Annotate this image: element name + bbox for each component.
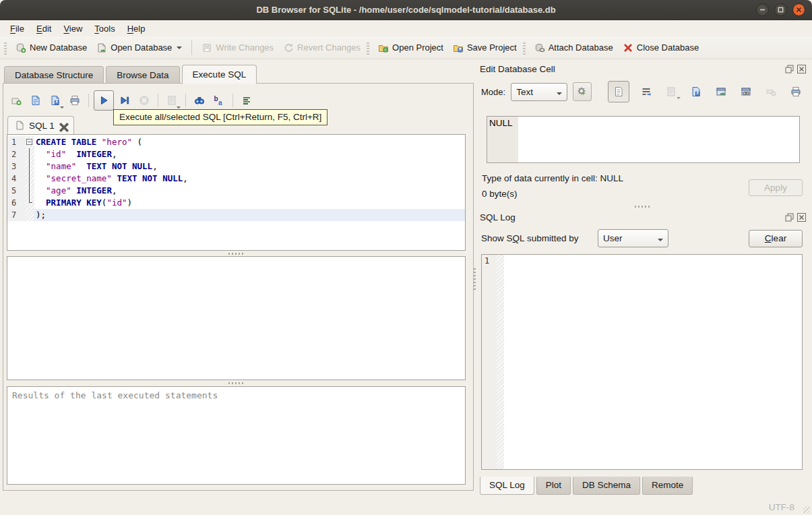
execute-all-button[interactable] [94,90,114,111]
open-project-button[interactable]: Open Project [373,40,448,56]
cell-editor[interactable]: NULL [487,116,800,163]
dropdown-caret-icon[interactable] [177,47,182,49]
toolbar-handle[interactable] [4,41,7,55]
save-project-button[interactable]: Save Project [448,40,522,56]
dropdown-caret-icon[interactable] [60,107,64,109]
toolbar-handle[interactable] [523,41,526,55]
splitter-results-messages[interactable] [7,381,466,386]
auto-completion-button[interactable]: ba [210,92,228,109]
stop-icon [139,95,150,106]
code-text[interactable]: "name" TEXT NOT NULL, [34,160,465,173]
tab-database-structure[interactable]: Database Structure [4,66,104,83]
bottom-tab-remote[interactable]: Remote [642,477,693,495]
editor-line-1[interactable]: 1−CREATE TABLE "hero" ( [7,136,465,148]
editor-line-4[interactable]: 4 "secret_name" TEXT NOT NULL, [7,173,465,185]
menu-file[interactable]: File [4,22,30,36]
close-dock-icon[interactable] [797,212,807,222]
open-project-label: Open Project [392,42,443,53]
db-close-icon [623,42,633,53]
tab-browse-data[interactable]: Browse Data [106,66,179,83]
menu-tools[interactable]: Tools [88,22,121,36]
code-text[interactable]: "id" INTEGER, [34,148,465,160]
write-changes-button[interactable]: Write Changes [197,40,278,56]
tab-execute-sql[interactable]: Execute SQL [182,65,257,84]
open-in-external-app-button[interactable] [713,84,729,100]
editor-line-5[interactable]: 5 "age" INTEGER, [7,185,465,197]
results-message-pane[interactable]: Results of the last executed statements [7,386,466,485]
print-cell-icon [790,86,801,97]
bottom-tab-sql-log[interactable]: SQL Log [480,477,534,495]
fold-margin [25,209,34,221]
menu-edit[interactable]: Edit [30,22,57,36]
revert-changes-button[interactable]: Revert Changes [278,40,365,56]
sql-editor[interactable]: 1−CREATE TABLE "hero" (2 "id" INTEGER,3 … [7,134,466,251]
save-sql-file[interactable] [46,92,64,109]
bottom-tab-db-schema[interactable]: DB Schema [573,477,640,495]
code-text[interactable]: "age" INTEGER, [34,185,465,197]
apply-button[interactable]: Apply [749,179,803,196]
minimize-button[interactable] [756,3,769,16]
float-dock-icon[interactable] [784,212,794,222]
toolbar-handle[interactable] [367,41,369,55]
sql-log-filter-select[interactable]: User [598,229,668,247]
mode-select[interactable]: Text [511,83,567,101]
text-mode-toggle[interactable] [608,81,629,102]
code-text[interactable]: PRIMARY KEY("id") [34,197,465,209]
splitter-main-vertical[interactable] [472,59,477,499]
format-sql-button[interactable] [238,92,255,109]
open-sql-file[interactable] [27,92,44,109]
close-tab-icon[interactable] [59,122,66,129]
project-save-icon [453,42,464,53]
clear-log-button[interactable]: Clear [749,230,803,247]
code-text[interactable]: CREATE TABLE "hero" ( [34,136,465,148]
sql-log-view[interactable]: 1 [481,254,803,470]
auto-apply-button[interactable] [573,82,592,101]
word-wrap-button[interactable] [638,84,654,100]
export-data-button[interactable] [688,84,704,100]
sql-save-icon [50,95,61,106]
attach-database-button[interactable]: Attach Database [530,40,618,56]
cell-size-info: 0 byte(s) [482,189,518,199]
dropdown-caret-icon[interactable] [177,107,181,109]
float-dock-icon[interactable] [784,64,794,74]
import-data-button[interactable] [663,84,679,100]
menu-view[interactable]: View [57,22,88,36]
splitter-editor-results[interactable] [7,251,466,256]
title-bar[interactable]: DB Browser for SQLite - /home/user/code/… [0,0,812,20]
tab-sql1[interactable]: SQL 1 [7,116,74,134]
print-cell-button[interactable] [788,84,804,100]
stop-execution-button[interactable] [135,92,153,109]
close-database-button[interactable]: Close Database [618,40,704,56]
null-cell-icon [766,86,776,97]
editor-line-3[interactable]: 3 "name" TEXT NOT NULL, [7,160,465,173]
close-dock-icon[interactable] [797,64,807,74]
resize-grip[interactable] [803,506,810,513]
code-text[interactable]: ); [34,209,465,221]
line-number: 6 [7,197,25,209]
close-button[interactable] [792,3,805,16]
editor-line-7[interactable]: 7); [7,209,465,221]
find-replace-button[interactable] [191,92,208,109]
results-grid-pane[interactable] [7,256,466,380]
fold-marker-icon[interactable]: − [25,136,34,148]
new-database-button[interactable]: New Database [11,40,92,56]
editor-line-6[interactable]: 6 PRIMARY KEY("id") [7,197,465,209]
print-sql[interactable] [66,92,84,109]
menu-help[interactable]: Help [121,22,152,36]
set-null-button[interactable] [763,84,779,100]
write-changes-icon [201,42,212,53]
db-open-icon [96,42,107,53]
editor-line-2[interactable]: 2 "id" INTEGER, [7,148,465,160]
bottom-tab-plot[interactable]: Plot [536,477,571,495]
fold-margin [25,148,34,160]
execute-current-line-button[interactable] [116,92,133,109]
copy-link-button[interactable] [738,84,754,100]
log-fold-margin [497,255,504,469]
maximize-button[interactable] [774,3,787,16]
splitter-docks[interactable] [477,202,808,210]
code-text[interactable]: "secret_name" TEXT NOT NULL, [34,173,465,185]
sql-editor-lines: 1−CREATE TABLE "hero" (2 "id" INTEGER,3 … [7,136,465,221]
save-results-button[interactable] [163,92,181,109]
open-database-button[interactable]: Open Database [92,40,187,56]
new-sql-tab[interactable] [7,92,25,109]
